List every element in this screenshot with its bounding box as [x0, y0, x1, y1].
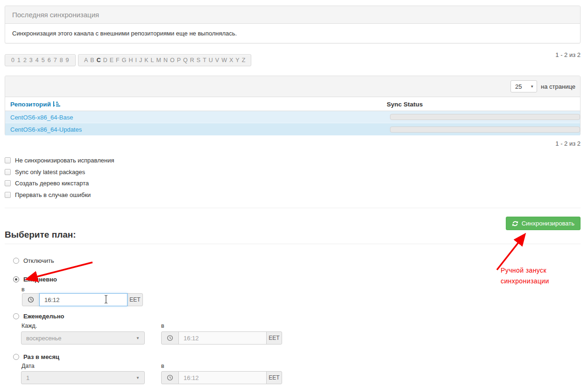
filter-digit[interactable]: 2 [23, 57, 27, 63]
plan-option-monthly: Раз в месяц [13, 353, 59, 360]
caret-down-icon: ▼ [136, 376, 140, 380]
filter-letter[interactable]: N [163, 57, 168, 63]
plan-option-disable: Отключить [13, 257, 54, 264]
sync-status-column-label: Sync Status [387, 101, 423, 108]
filter-letter[interactable]: F [116, 57, 120, 63]
filter-letter[interactable]: T [203, 57, 206, 63]
heading-divider [5, 244, 581, 244]
filter-letter[interactable]: A [84, 57, 88, 63]
sync-progress-bar [390, 114, 580, 120]
filter-letter[interactable]: L [151, 57, 154, 63]
filter-letter-active[interactable]: C [97, 57, 101, 63]
filter-digit[interactable]: 7 [54, 57, 57, 63]
radio-label: Еженедельно [23, 313, 64, 320]
filter-letter[interactable]: B [90, 57, 94, 63]
weekly-time-input[interactable] [178, 331, 267, 345]
section-divider [5, 208, 581, 208]
filter-digit[interactable]: 5 [42, 57, 45, 63]
monthly-radio[interactable] [13, 354, 19, 360]
repository-column-sort-link[interactable]: Репозиторий [10, 101, 60, 108]
table-row: CentOS6-x86_64-Updates [5, 123, 580, 135]
radio-label: Раз в месяц [23, 353, 59, 360]
weekly-day-select[interactable]: воскресенье ▼ [21, 331, 145, 345]
repository-table-panel: 25 ▼ на странице Репозиторий S [5, 76, 581, 135]
sync-now-button[interactable]: Синхронизировать [506, 217, 581, 230]
filter-letter[interactable]: M [156, 57, 161, 63]
filter-digit[interactable]: 8 [60, 57, 63, 63]
filter-letter[interactable]: W [221, 57, 227, 63]
filter-letter[interactable]: O [170, 57, 175, 63]
filter-letter[interactable]: S [197, 57, 200, 63]
radio-label: Отключить [23, 257, 54, 264]
page-size-select[interactable]: 25 ▼ [510, 80, 537, 92]
checkbox-label: Не синхронизировать исправления [15, 157, 114, 164]
monthly-date-select[interactable]: 1 ▼ [21, 371, 145, 384]
monthly-date-value: 1 [26, 374, 29, 381]
plan-option-weekly: Еженедельно [13, 313, 64, 320]
sort-amount-icon [53, 101, 60, 107]
filter-letter[interactable]: H [128, 57, 133, 63]
filter-digit[interactable]: 0 [11, 57, 14, 63]
annotation-line: синхронизации [501, 276, 549, 287]
filter-letter[interactable]: X [229, 57, 233, 63]
filter-letter[interactable]: Z [242, 57, 246, 63]
radio-label: Ежедневно [23, 276, 57, 283]
daily-radio[interactable] [13, 276, 19, 282]
last-sync-message: Синхронизация этого канала с внешними ре… [12, 30, 237, 37]
no-errata-checkbox[interactable] [5, 157, 11, 163]
checkbox-label: Sync only latest packages [15, 169, 85, 176]
option-fail-on-error: Прервать в случае ошибки [5, 191, 91, 198]
filter-letter[interactable]: U [209, 57, 213, 63]
filter-letter[interactable]: I [135, 57, 137, 63]
letter-filter-bar: A B C D E F G H I J K L M N O P Q R S T … [78, 54, 251, 66]
filter-letter[interactable]: Y [235, 57, 239, 63]
weekly-day-value: воскресенье [26, 335, 62, 342]
digit-filter-bar: 0 1 2 3 4 5 6 7 8 9 [5, 54, 76, 66]
fail-on-error-checkbox[interactable] [5, 192, 11, 198]
filter-digit[interactable]: 6 [48, 57, 51, 63]
arrow-to-sync-button [497, 235, 524, 270]
monthly-date-label: Дата [21, 363, 35, 369]
clock-icon [22, 293, 40, 306]
clock-icon [161, 331, 179, 345]
plan-heading: Выберите план: [5, 230, 76, 240]
filter-letter[interactable]: E [110, 57, 113, 63]
latest-packages-checkbox[interactable] [5, 169, 11, 175]
page-size-value: 25 [515, 83, 522, 90]
filter-letter[interactable]: J [139, 57, 142, 63]
filter-letter[interactable]: Q [183, 57, 188, 63]
caret-down-icon: ▼ [136, 336, 140, 340]
disable-radio[interactable] [13, 258, 19, 264]
daily-time-group: EET [22, 293, 143, 306]
page-size-label: на странице [541, 83, 575, 90]
annotation-line: Ручной зануск [501, 265, 549, 276]
filter-digit[interactable]: 4 [35, 57, 39, 63]
filter-letter[interactable]: V [215, 57, 219, 63]
timezone-addon: EET [266, 371, 282, 384]
repository-link[interactable]: CentOS6-x86_64-Updates [10, 126, 82, 133]
weekly-radio[interactable] [13, 313, 19, 319]
repository-link[interactable]: CentOS6-x86_64-Base [10, 114, 73, 121]
daily-time-input[interactable] [39, 293, 128, 306]
monthly-time-input[interactable] [178, 371, 267, 384]
checkbox-label: Прервать в случае ошибки [15, 191, 91, 198]
monthly-at-label: в [161, 363, 164, 369]
filter-letter[interactable]: D [103, 57, 107, 63]
filter-letter[interactable]: K [144, 57, 148, 63]
filter-digit[interactable]: 9 [66, 57, 69, 63]
filter-digit[interactable]: 3 [29, 57, 33, 63]
filter-letter[interactable]: R [190, 57, 194, 63]
filter-digit[interactable]: 1 [17, 57, 21, 63]
filter-letter[interactable]: P [177, 57, 181, 63]
sync-progress-bar [390, 127, 580, 133]
plan-option-daily: Ежедневно [13, 276, 57, 283]
weekly-at-label: в [161, 323, 164, 329]
daily-at-label: в [21, 286, 25, 293]
timezone-addon: EET [266, 331, 282, 345]
caret-down-icon: ▼ [530, 84, 534, 89]
repository-column-label: Репозиторий [10, 101, 51, 108]
kickstart-tree-checkbox[interactable] [5, 180, 11, 186]
filter-letter[interactable]: G [122, 57, 127, 63]
option-latest-packages: Sync only latest packages [5, 168, 85, 176]
sync-now-label: Синхронизировать [522, 220, 574, 227]
